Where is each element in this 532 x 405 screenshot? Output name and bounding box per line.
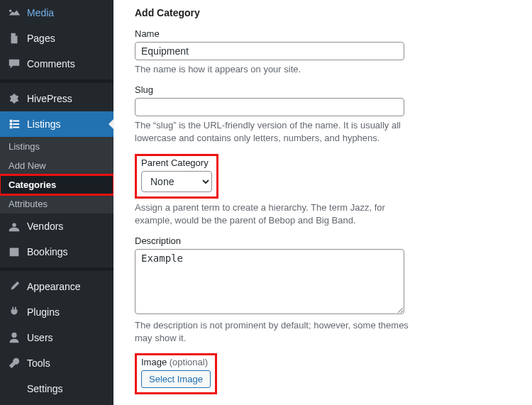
main-content: Add Category Name The name is how it app… — [113, 0, 532, 405]
vendors-icon — [7, 219, 21, 233]
sidebar-item-users[interactable]: Users — [0, 325, 113, 350]
listings-submenu: Listings Add New Categories Attributes — [0, 137, 113, 213]
sidebar-item-appearance[interactable]: Appearance — [0, 274, 113, 299]
user-icon — [7, 331, 21, 345]
parent-label: Parent Category — [141, 157, 212, 168]
sidebar-item-tools[interactable]: Tools — [0, 350, 113, 376]
wrench-icon — [7, 356, 21, 370]
admin-sidebar: Media Pages Comments HivePress Listings … — [0, 0, 113, 405]
sidebar-label: Tools — [27, 357, 50, 369]
description-label: Description — [135, 235, 511, 246]
sidebar-label: Comments — [27, 58, 75, 70]
hivepress-icon — [7, 91, 21, 106]
submenu-item-add-new[interactable]: Add New — [0, 156, 113, 175]
name-label: Name — [135, 28, 511, 39]
slug-input[interactable] — [135, 98, 404, 116]
sidebar-label: Media — [27, 7, 54, 18]
sidebar-label: Users — [27, 332, 53, 343]
sidebar-item-pages[interactable]: Pages — [0, 26, 113, 51]
sidebar-label: Bookings — [27, 246, 68, 257]
page-icon — [7, 31, 21, 45]
slug-desc: The “slug” is the URL-friendly version o… — [135, 119, 419, 145]
media-icon — [7, 6, 21, 20]
listings-icon — [7, 117, 21, 131]
sidebar-label: Plugins — [27, 306, 60, 318]
sidebar-label: HivePress — [27, 93, 72, 104]
brush-icon — [7, 279, 21, 294]
page-title: Add Category — [135, 7, 511, 18]
field-slug: Slug The “slug” is the URL-friendly vers… — [135, 84, 511, 145]
sidebar-item-comments[interactable]: Comments — [0, 51, 113, 77]
sidebar-item-listings[interactable]: Listings — [0, 111, 113, 137]
image-label: Image (optional) — [141, 357, 211, 367]
sidebar-item-vendors[interactable]: Vendors — [0, 213, 113, 239]
parent-select[interactable]: None — [141, 171, 212, 192]
sidebar-label: Pages — [27, 33, 55, 44]
submenu-item-attributes[interactable]: Attributes — [0, 194, 113, 213]
sidebar-item-plugins[interactable]: Plugins — [0, 299, 113, 325]
name-desc: The name is how it appears on your site. — [135, 63, 419, 76]
field-image: Image (optional) Select Image — [135, 353, 511, 394]
description-desc: The description is not prominent by defa… — [135, 319, 419, 345]
comment-icon — [7, 57, 21, 71]
field-description: Description The description is not promi… — [135, 235, 511, 345]
submenu-item-categories[interactable]: Categories — [0, 175, 113, 194]
sidebar-item-settings[interactable]: Settings — [0, 376, 113, 401]
image-highlight: Image (optional) Select Image — [135, 353, 217, 394]
sidebar-label: Appearance — [27, 281, 81, 292]
description-textarea[interactable] — [135, 249, 404, 314]
menu-separator — [0, 267, 113, 271]
sidebar-item-bookings[interactable]: Bookings — [0, 239, 113, 265]
calendar-icon — [7, 245, 21, 259]
submenu-item-listings[interactable]: Listings — [0, 137, 113, 156]
sliders-icon — [7, 382, 21, 396]
sidebar-item-media[interactable]: Media — [0, 0, 113, 26]
name-input[interactable] — [135, 42, 404, 60]
sidebar-label: Vendors — [27, 221, 63, 232]
parent-desc: Assign a parent term to create a hierarc… — [135, 201, 419, 227]
plug-icon — [7, 305, 21, 319]
sidebar-item-hivepress[interactable]: HivePress — [0, 86, 113, 111]
select-image-button[interactable]: Select Image — [141, 370, 211, 388]
slug-label: Slug — [135, 84, 511, 95]
sidebar-label: Settings — [27, 383, 63, 394]
parent-highlight: Parent Category None — [135, 154, 218, 199]
field-parent: Parent Category None Assign a parent ter… — [135, 154, 511, 227]
menu-separator — [0, 79, 113, 83]
field-name: Name The name is how it appears on your … — [135, 28, 511, 76]
sidebar-label: Listings — [27, 118, 60, 130]
